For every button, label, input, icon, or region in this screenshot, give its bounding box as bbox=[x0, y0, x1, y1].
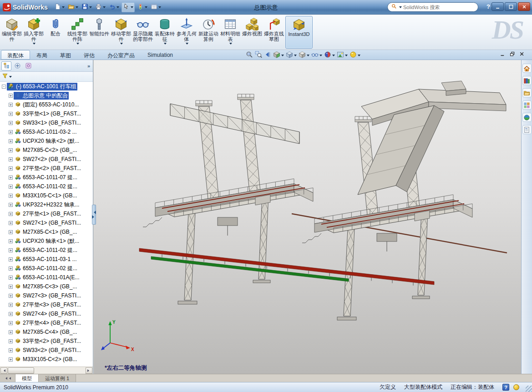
expand-icon[interactable]: + bbox=[9, 194, 13, 198]
mate-button[interactable]: 配合 bbox=[45, 16, 66, 49]
new-document-button[interactable] bbox=[53, 3, 66, 12]
quick-tips-icon[interactable] bbox=[513, 384, 519, 390]
zoom-fit-button[interactable] bbox=[246, 51, 253, 60]
tree-item[interactable]: +SW33<1> (GB_FASTI... bbox=[0, 118, 93, 127]
edit-component-button[interactable]: 编辑零部件 bbox=[1, 16, 22, 49]
edit-appearance-button[interactable] bbox=[324, 51, 335, 60]
command-tab[interactable]: 草图 bbox=[54, 50, 77, 60]
expand-icon[interactable]: + bbox=[9, 276, 13, 280]
apply-scene-button[interactable] bbox=[337, 51, 348, 60]
expand-icon[interactable]: + bbox=[9, 203, 13, 207]
move-component-button[interactable]: 移动零部件 bbox=[111, 16, 132, 49]
options-button[interactable] bbox=[150, 3, 162, 12]
resize-grip[interactable] bbox=[526, 386, 532, 392]
design-library-tab[interactable] bbox=[522, 76, 532, 85]
smart-fasteners-button[interactable]: 智能扣件 bbox=[89, 16, 110, 49]
command-tab[interactable]: Simulation bbox=[141, 50, 179, 60]
insert-component-button[interactable]: 插入零部件 bbox=[23, 16, 44, 49]
assembly-features-button[interactable]: 装配体特征 bbox=[154, 16, 175, 49]
tab-scroll-buttons[interactable] bbox=[0, 374, 15, 382]
command-tab[interactable]: 办公室产品 bbox=[101, 50, 141, 60]
tree-item[interactable]: +6553-AC-1011-02 提... bbox=[0, 182, 93, 191]
linear-pattern-button[interactable]: 线性零部件阵 bbox=[67, 16, 88, 49]
rebuild-button[interactable] bbox=[136, 3, 148, 12]
study-tab[interactable]: 模型 bbox=[15, 374, 39, 382]
expand-icon[interactable]: + bbox=[9, 257, 13, 261]
tree-item[interactable]: +6553-AC-1011-01A(E... bbox=[0, 273, 93, 282]
expand-icon[interactable]: + bbox=[9, 185, 13, 189]
expand-icon[interactable]: + bbox=[9, 166, 13, 171]
panel-splitter[interactable] bbox=[92, 205, 96, 225]
expand-icon[interactable]: + bbox=[9, 312, 13, 316]
tree-item[interactable]: +M27X85-C<1> (GB_... bbox=[0, 227, 93, 236]
explode-sketch-button[interactable]: 爆炸直线草图 bbox=[263, 16, 284, 49]
expand-icon[interactable]: + bbox=[9, 285, 13, 289]
expand-icon[interactable]: + bbox=[9, 130, 13, 134]
tree-item[interactable]: +M27X85-C<4> (GB_... bbox=[0, 327, 93, 337]
expand-icon[interactable]: + bbox=[9, 339, 13, 343]
tree-item[interactable]: +SW27<3> (GB_FASTI... bbox=[0, 291, 93, 300]
appearances-tab[interactable] bbox=[522, 113, 532, 122]
minimize-button[interactable] bbox=[491, 2, 504, 11]
tree-horizontal-scrollbar[interactable] bbox=[0, 367, 93, 374]
scroll-left-button[interactable] bbox=[0, 367, 7, 374]
home-tab[interactable] bbox=[522, 64, 532, 73]
tree-item[interactable]: +6553-AC-1011-02 提... bbox=[0, 264, 93, 273]
expand-icon[interactable]: + bbox=[9, 103, 13, 107]
expand-icon[interactable]: + bbox=[9, 248, 13, 252]
expand-icon[interactable]: + bbox=[9, 121, 13, 125]
expand-icon[interactable]: + bbox=[9, 157, 13, 161]
command-tab[interactable]: 评估 bbox=[77, 50, 101, 60]
command-tab[interactable]: 装配体 bbox=[1, 50, 30, 60]
expand-icon[interactable]: + bbox=[9, 112, 13, 116]
tree-item[interactable]: +27平垫<4> (GB_FAST... bbox=[0, 318, 93, 327]
motion-study-button[interactable]: 新建运动算例 bbox=[198, 16, 219, 49]
select-button[interactable] bbox=[122, 2, 135, 12]
show-hidden-button[interactable]: 显示隐藏的零部件 bbox=[132, 16, 153, 49]
tree-item[interactable]: +SW27<2> (GB_FASTI... bbox=[0, 155, 93, 164]
graphics-viewport[interactable]: YX *左右二等角轴测 bbox=[94, 60, 521, 374]
expand-icon[interactable]: + bbox=[9, 221, 13, 225]
tree-item[interactable]: +33平垫<2> (GB_FAST... bbox=[0, 337, 93, 346]
expand-icon[interactable]: + bbox=[9, 357, 13, 362]
tree-item[interactable]: +27平垫<2> (GB_FAST... bbox=[0, 164, 93, 173]
instant3d-button[interactable]: Instant3D bbox=[285, 16, 313, 49]
zoom-area-button[interactable] bbox=[255, 51, 262, 60]
property-manager-tab[interactable] bbox=[12, 61, 22, 70]
custom-properties-tab[interactable] bbox=[522, 125, 532, 134]
expand-icon[interactable]: + bbox=[9, 303, 13, 307]
open-button[interactable] bbox=[67, 3, 79, 12]
tree-item[interactable]: +M27X85-C<2> (GB_... bbox=[0, 146, 93, 155]
tree-item[interactable]: +M27X85-C<3> (GB_... bbox=[0, 282, 93, 291]
configuration-manager-tab[interactable] bbox=[23, 61, 33, 70]
tree-item[interactable]: +总图示意 中的配合 bbox=[0, 91, 93, 100]
expand-icon[interactable]: + bbox=[9, 321, 13, 325]
expand-icon[interactable]: + bbox=[9, 266, 13, 271]
tree-item[interactable]: +33平垫<1> (GB_FAST... bbox=[0, 109, 93, 118]
doc-restore-button[interactable] bbox=[510, 51, 515, 58]
print-button[interactable] bbox=[94, 3, 106, 12]
collapse-icon[interactable]: - bbox=[2, 85, 6, 89]
tree-item[interactable]: +6553-AC-1011-03-2 ... bbox=[0, 127, 93, 136]
expand-icon[interactable]: + bbox=[9, 348, 13, 352]
model-canvas[interactable]: YX bbox=[94, 60, 521, 374]
save-button[interactable] bbox=[81, 3, 93, 12]
doc-minimize-button[interactable] bbox=[500, 51, 506, 58]
search-input[interactable] bbox=[403, 5, 474, 10]
search-scope-dropdown-icon[interactable] bbox=[399, 6, 402, 10]
doc-close-button[interactable] bbox=[519, 51, 525, 58]
tree-item[interactable]: +UCPX20 轴承<1> (默... bbox=[0, 236, 93, 246]
tree-item[interactable]: +27平垫<1> (GB_FAST... bbox=[0, 209, 93, 218]
expand-icon[interactable]: + bbox=[9, 176, 13, 180]
file-explorer-tab[interactable] bbox=[522, 88, 532, 97]
tree-item[interactable]: +SW27<1> (GB_FASTI... bbox=[0, 218, 93, 227]
search-box[interactable] bbox=[387, 2, 478, 12]
command-tab[interactable]: 布局 bbox=[30, 50, 54, 60]
tree-item[interactable]: +6553-AC-1011-03-1 ... bbox=[0, 255, 93, 264]
maximize-button[interactable] bbox=[505, 2, 517, 11]
tree-item[interactable]: +SW33<2> (GB_FASTI... bbox=[0, 346, 93, 355]
view-settings-button[interactable] bbox=[350, 51, 360, 60]
tree-item[interactable]: +(固定) 6553-AC-1010... bbox=[0, 100, 93, 109]
display-style-button[interactable] bbox=[299, 51, 309, 60]
tree-item[interactable]: +M33X105-C<1> (GB... bbox=[0, 191, 93, 200]
